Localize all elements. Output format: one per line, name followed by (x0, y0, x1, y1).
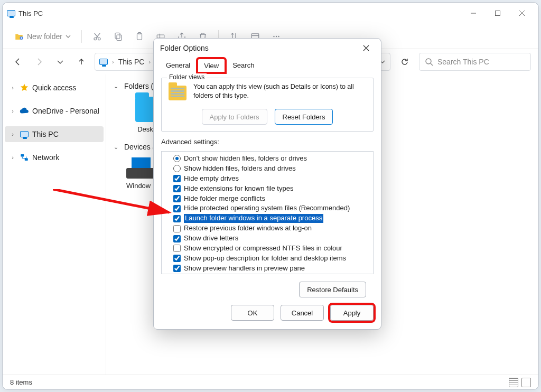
back-button[interactable] (10, 54, 26, 70)
minimize-button[interactable] (461, 5, 486, 22)
sidebar-item-network[interactable]: › Network (5, 150, 104, 165)
view-toggle[interactable] (509, 378, 531, 387)
apply-to-folders-button: Apply to Folders (202, 109, 267, 125)
svg-rect-9 (157, 35, 164, 38)
search-icon (425, 58, 433, 66)
copy-button[interactable] (109, 27, 127, 45)
chevron-right-icon: › (112, 59, 114, 65)
reset-folders-button[interactable]: Reset Folders (275, 109, 333, 125)
cancel-button[interactable]: Cancel (281, 305, 324, 321)
sidebar-item-label: Quick access (32, 83, 76, 92)
group-label: Folders ( (124, 82, 153, 90)
this-pc-icon (99, 59, 108, 65)
breadcrumb-root[interactable]: This PC (118, 58, 145, 66)
folder-views-text: You can apply this view (such as Details… (193, 82, 368, 104)
tab-view[interactable]: View (197, 58, 226, 73)
dialog-footer: OK Cancel Apply (154, 302, 381, 329)
network-icon (20, 153, 29, 162)
opt-launch-separate-process[interactable]: Launch folder windows in a separate proc… (172, 213, 372, 223)
recent-button[interactable] (52, 54, 68, 70)
svg-point-13 (273, 35, 274, 36)
opt-hide-extensions[interactable]: Hide extensions for known file types (172, 184, 372, 194)
cut-button[interactable] (88, 27, 106, 45)
search-placeholder: Search This PC (437, 58, 489, 66)
drive-icon (126, 157, 156, 179)
new-folder-button[interactable]: New folder (10, 30, 75, 43)
titlebar: This PC (3, 3, 538, 24)
chevron-right-icon: › (9, 131, 16, 137)
chevron-right-icon: › (9, 85, 16, 91)
svg-line-17 (431, 63, 433, 66)
search-box[interactable]: Search This PC (419, 53, 531, 71)
opt-show-preview-handlers[interactable]: Show preview handlers in preview pane (172, 264, 372, 274)
paste-button[interactable] (130, 27, 148, 45)
close-button[interactable] (510, 5, 534, 22)
this-pc-icon (20, 129, 29, 139)
opt-show-encrypted-colour[interactable]: Show encrypted or compressed NTFS files … (172, 244, 372, 254)
chevron-down-icon: ⌄ (114, 144, 121, 151)
svg-rect-6 (115, 33, 120, 39)
item-count: 8 items (10, 378, 32, 386)
svg-point-15 (278, 35, 279, 36)
tab-search[interactable]: Search (226, 58, 261, 72)
chevron-right-icon: › (9, 108, 16, 114)
chevron-down-icon: ⌄ (114, 83, 121, 90)
advanced-settings-list[interactable]: Don't show hidden files, folders or driv… (162, 152, 373, 274)
restore-defaults-button[interactable]: Restore Defaults (299, 282, 366, 297)
opt-hide-empty-drives[interactable]: Hide empty drives (172, 174, 372, 184)
advanced-settings-label: Advanced settings: (161, 138, 374, 146)
tab-general[interactable]: General (159, 58, 197, 72)
opt-show-drive-letters[interactable]: Show drive letters (172, 234, 372, 244)
svg-rect-18 (21, 154, 24, 157)
folder-views-group: Folder views You can apply this view (su… (161, 78, 374, 132)
drive-label: Window (126, 182, 151, 190)
forward-button[interactable] (31, 54, 47, 70)
up-button[interactable] (73, 54, 89, 70)
new-folder-label: New folder (27, 32, 62, 41)
cloud-icon (20, 106, 29, 116)
sidebar-item-quick-access[interactable]: › Quick access (5, 80, 104, 96)
window-title-text: This PC (18, 10, 43, 17)
sidebar-item-label: Network (32, 153, 59, 162)
tiles-view-icon[interactable] (521, 378, 531, 387)
dialog-tabs: General View Search (154, 58, 381, 72)
svg-rect-5 (117, 35, 122, 41)
folder-views-icon (167, 82, 188, 104)
apply-button[interactable]: Apply (330, 305, 374, 321)
opt-hide-protected-os-files[interactable]: Hide protected operating system files (R… (172, 203, 372, 213)
maximize-button[interactable] (486, 5, 510, 22)
dialog-title: Folder Options (160, 44, 209, 52)
sidebar-item-onedrive[interactable]: › OneDrive - Personal (5, 103, 104, 119)
opt-show-popup-description[interactable]: Show pop-up description for folder and d… (172, 254, 372, 264)
svg-rect-19 (25, 158, 28, 161)
window-title: This PC (7, 10, 43, 17)
opt-show-hidden[interactable]: Show hidden files, folders and drives (172, 164, 372, 174)
nav-sidebar: › Quick access › OneDrive - Personal › T… (3, 74, 106, 375)
dialog-titlebar: Folder Options (154, 39, 381, 58)
svg-point-16 (426, 59, 431, 64)
sidebar-item-label: This PC (32, 130, 59, 138)
chevron-right-icon: › (148, 59, 151, 65)
details-view-icon[interactable] (509, 378, 518, 387)
chevron-right-icon: › (9, 154, 16, 161)
star-icon (20, 83, 29, 92)
chevron-down-icon (66, 34, 71, 39)
status-bar: 8 items (3, 375, 538, 389)
group-label: Devices a (124, 143, 156, 151)
advanced-settings-box: Don't show hidden files, folders or driv… (161, 151, 374, 274)
opt-hide-merge-conflicts[interactable]: Hide folder merge conflicts (172, 194, 372, 204)
opt-restore-previous-windows[interactable]: Restore previous folder windows at log-o… (172, 223, 372, 234)
folder-views-label: Folder views (167, 73, 207, 81)
opt-dont-show-hidden[interactable]: Don't show hidden files, folders or driv… (172, 154, 372, 164)
refresh-button[interactable] (396, 53, 414, 71)
folder-options-dialog: Folder Options General View Search Folde… (153, 38, 381, 330)
dialog-close-button[interactable] (358, 40, 375, 57)
svg-rect-1 (496, 11, 500, 16)
svg-point-14 (276, 35, 277, 36)
ok-button[interactable]: OK (231, 305, 274, 321)
sidebar-item-label: OneDrive - Personal (32, 107, 99, 115)
sidebar-item-this-pc[interactable]: › This PC (5, 126, 104, 142)
this-pc-icon (7, 10, 15, 16)
